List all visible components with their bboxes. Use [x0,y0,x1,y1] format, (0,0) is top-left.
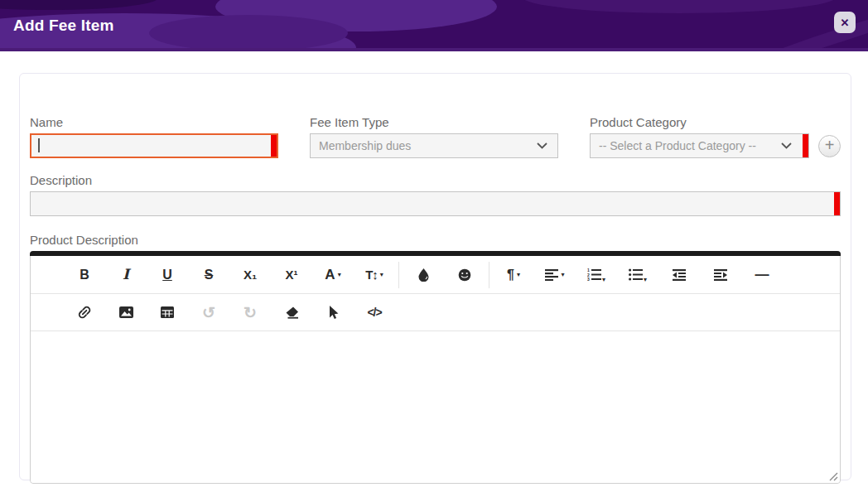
code-view-button[interactable]: </> [354,297,395,328]
plus-icon: + [825,137,835,153]
underline-icon: U [162,268,172,282]
link-icon [74,302,94,322]
indent-icon [714,269,727,281]
paragraph-format-button[interactable]: ¶ ▾ [493,259,534,291]
chevron-down-icon: ▾ [644,277,647,283]
product-category-row: -- Select a Product Category -- + [590,133,841,158]
description-input-wrap [30,191,841,216]
redo-button[interactable]: ↻ [229,297,271,328]
fee-item-type-field: Fee Item Type Membership dues [310,115,558,158]
modal-title: Add Fee Item [13,17,114,35]
strikethrough-button[interactable]: S [188,259,229,291]
insert-link-button[interactable] [64,297,105,328]
description-input[interactable] [30,191,841,216]
font-size-button[interactable]: T↕ ▾ [354,259,395,291]
outdent-icon [673,269,686,281]
name-field: Name [30,115,278,158]
insert-table-button[interactable] [147,297,188,328]
text-cursor [38,138,40,152]
header-pattern [0,0,868,51]
rich-text-editor: B I U S X₁ X¹ A ▾ [30,251,841,484]
svg-text:3: 3 [587,277,590,281]
emoticons-button[interactable] [444,259,485,291]
chevron-down-icon: ▾ [380,272,383,278]
product-description-field: Product Description B I U S X₁ [30,233,841,484]
toolbar-separator [398,262,399,288]
chevron-down-icon [537,142,547,149]
ordered-list-icon: 1 2 3 [587,268,601,281]
add-fee-item-form: Name Fee Item Type Membership dues Produ… [19,73,851,480]
chevron-down-icon: ▾ [561,272,564,278]
fee-item-type-select[interactable]: Membership dues [310,133,558,158]
unordered-list-icon [629,268,643,281]
strikethrough-icon: S [205,268,214,282]
superscript-icon: X¹ [286,268,298,281]
add-product-category-button[interactable]: + [818,135,841,157]
undo-button[interactable]: ↺ [188,297,229,328]
undo-icon: ↺ [202,305,215,321]
product-category-select[interactable]: -- Select a Product Category -- [590,133,809,158]
subscript-button[interactable]: X₁ [229,259,271,291]
close-icon: ✕ [841,17,850,29]
chevron-down-icon [781,142,792,149]
outdent-button[interactable] [658,259,700,291]
fee-item-type-label: Fee Item Type [310,115,558,129]
eraser-icon [285,306,299,319]
fee-item-type-value: Membership dues [319,139,411,152]
superscript-button[interactable]: X¹ [271,259,312,291]
bold-icon: B [80,268,89,282]
product-category-select-wrap: -- Select a Product Category -- [590,133,809,158]
close-button[interactable]: ✕ [834,12,856,33]
subscript-icon: X₁ [244,268,257,281]
underline-button[interactable]: U [147,259,188,291]
paragraph-icon: ¶ [507,268,514,282]
description-field: Description [30,173,841,216]
product-category-value: -- Select a Product Category -- [599,139,756,152]
product-category-label: Product Category [590,115,841,129]
chevron-down-icon: ▾ [602,277,605,283]
bold-button[interactable]: B [64,259,105,291]
cursor-pointer-icon [328,306,339,320]
align-button[interactable]: ▾ [534,259,576,291]
toolbar-separator [489,262,489,288]
editor-content[interactable] [31,331,840,483]
font-color-icon: A [325,268,335,282]
description-label: Description [30,173,841,187]
droplet-icon [418,268,429,282]
smiley-icon [458,268,471,282]
select-all-button[interactable] [312,297,354,328]
italic-button[interactable]: I [105,259,147,291]
ordered-list-button[interactable]: 1 2 3 ▾ [576,259,617,291]
indent-button[interactable] [700,259,741,291]
product-description-label: Product Description [30,233,841,247]
align-left-icon [545,269,558,281]
chevron-down-icon: ▾ [517,272,520,278]
clear-formatting-button[interactable] [271,297,312,328]
image-icon [119,306,133,318]
horizontal-line-icon: — [755,268,769,282]
editor-toolbar-row-1: B I U S X₁ X¹ A ▾ [31,256,840,293]
form-row-1: Name Fee Item Type Membership dues Produ… [30,115,841,158]
horizontal-line-button[interactable]: — [741,259,783,291]
unordered-list-button[interactable]: ▾ [617,259,658,291]
name-input[interactable] [30,133,278,158]
name-input-wrap [30,133,278,158]
table-icon [161,306,174,318]
chevron-down-icon: ▾ [338,272,341,278]
product-category-field: Product Category -- Select a Product Cat… [590,115,841,158]
code-icon: </> [367,306,381,318]
italic-icon: I [123,268,129,282]
name-label: Name [30,115,278,129]
editor-toolbar-row-2: ↺ ↻ </> [31,293,840,331]
font-size-icon: T↕ [365,268,378,281]
redo-icon: ↻ [244,305,257,321]
modal-header: Add Fee Item ✕ [0,0,868,51]
insert-image-button[interactable] [105,297,147,328]
highlight-color-button[interactable] [403,259,444,291]
font-color-button[interactable]: A ▾ [312,259,354,291]
resize-handle-icon[interactable] [827,470,838,481]
